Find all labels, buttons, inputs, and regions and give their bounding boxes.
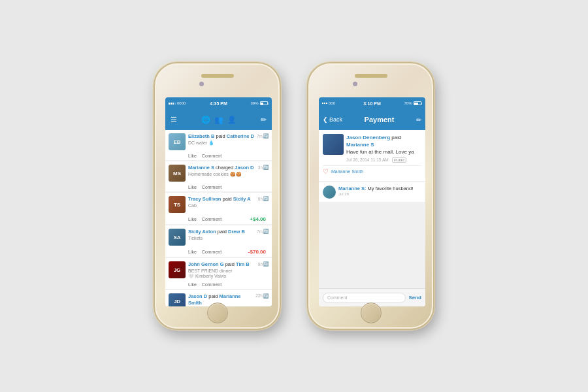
status-bar-2: 000 3:10 PM 70% (319, 97, 425, 109)
detail-payment-info: Jason Denenberg paid Marianne S Have fun… (346, 134, 421, 163)
avatar-6: JD (169, 293, 186, 306)
sig-dot-4 (174, 103, 176, 105)
feed-item-4-time: 7m🔄 (257, 229, 269, 234)
carrier-2: 000 (329, 101, 335, 105)
detail-payment-text: Jason Denenberg paid Marianne S (346, 134, 421, 148)
status-time-2: 3:10 PM (363, 101, 380, 106)
feed-item-5-actions: Like Comment (169, 281, 269, 287)
nav-icons-group: 🌐 👥 👤 (201, 116, 237, 124)
detail-payment-meta: Jul 26, 2014 11:15 AM Public (346, 157, 421, 163)
amount-4: -$70.00 (248, 249, 266, 255)
amount-3: +$4.00 (250, 216, 266, 222)
feed-item-2-time: 3h🔄 (258, 165, 269, 170)
detail-payment-avatar (323, 134, 344, 155)
detail-payment-date: Jul 26, 2014 11:15 AM (346, 157, 389, 162)
home-button-2[interactable] (361, 302, 382, 323)
feed-item-3-content: Tracy Sullivan paid Sicily A Cab (188, 196, 255, 208)
phone-1: 0000 4:35 PM 39% ☰ 🌐 (154, 62, 281, 330)
feed-item-2: MS Marianne S charged Jason D Homemade c… (165, 161, 272, 191)
like-btn-5[interactable]: Like (188, 282, 197, 287)
status-left-1: 0000 (169, 101, 186, 105)
comment-body: Marianne S: My favorite husband! Jul 26 (338, 186, 421, 199)
detail-main-card: Jason Denenberg paid Marianne S Have fun… (319, 130, 425, 181)
battery-body-2 (414, 101, 421, 105)
detail-content: Jason Denenberg paid Marianne S Have fun… (319, 130, 425, 288)
detail-visibility-badge: Public (392, 157, 406, 163)
detail-payee: Marianne S (346, 142, 374, 148)
status-right-1: 39% (250, 101, 269, 105)
signal-2 (322, 103, 327, 104)
comment-btn-5[interactable]: Comment (202, 282, 221, 287)
signal-1 (169, 103, 176, 105)
detail-liked-by: Marianne Smith (331, 169, 363, 174)
sig2-dot-3 (326, 103, 327, 104)
comment-date: Jul 26 (338, 192, 421, 196)
detail-nav-bar: ❮ Back Payment ✏ (319, 109, 425, 130)
sig2-dot-2 (324, 103, 325, 104)
feed-item-1-actions: Like Comment (169, 152, 269, 158)
comment-input[interactable]: Comment (323, 293, 406, 303)
battery-body-1 (260, 101, 268, 105)
back-button[interactable]: ❮ Back (323, 116, 342, 123)
feed-item-2-header: MS Marianne S charged Jason D Homemade c… (169, 165, 269, 182)
comment-btn-2[interactable]: Comment (202, 185, 221, 189)
nav-bar-1: ☰ 🌐 👥 👤 ✏ (165, 109, 272, 130)
battery-pct-2: 70% (404, 101, 412, 105)
feed-item-5-subtext: BEST FRIEND dinner (188, 269, 255, 273)
avatar-3: TS (169, 196, 186, 213)
feed-item-6-time: 22h🔄 (255, 293, 269, 299)
battery-1 (260, 101, 269, 105)
comment-text: Marianne S: My favorite husband! (338, 186, 421, 191)
globe-icon[interactable]: 🌐 (201, 116, 210, 124)
detail-payment-desc: Have fun at the mall. Love ya (346, 148, 421, 155)
feed-item-4: SA Sicily Axton paid Drew B Tickets 7m🔄 (165, 225, 272, 257)
feed-item-3-header: TS Tracy Sullivan paid Sicily A Cab 8h🔄 (169, 196, 269, 213)
feed-item-1-time: 7m🔄 (257, 133, 269, 139)
camera-1 (199, 82, 204, 86)
menu-icon[interactable]: ☰ (171, 116, 177, 124)
camera-2 (353, 82, 357, 86)
back-label[interactable]: Back (329, 116, 342, 123)
feed-item-4-content: Sicily Axton paid Drew B Tickets (188, 229, 254, 240)
feed-item-4-subtext: Tickets (188, 236, 254, 240)
send-button[interactable]: Send (408, 295, 421, 301)
detail-payment-row: Jason Denenberg paid Marianne S Have fun… (323, 134, 421, 163)
feed-item-1-content: Elizabeth B paid Catherine D DC water 💧 (188, 133, 254, 146)
like-btn-4[interactable]: Like (188, 250, 197, 254)
battery-nub-2 (421, 103, 422, 105)
feed-item-5: JG John Gernon G paid Tim B BEST FRIEND … (165, 258, 272, 289)
feed-item-4-header: SA Sicily Axton paid Drew B Tickets 7m🔄 (169, 229, 269, 246)
comment-content: My favorite husband! (368, 186, 414, 191)
avatar-2: MS (169, 165, 186, 182)
feed-item-5-content: John Gernon G paid Tim B BEST FRIEND din… (188, 261, 255, 279)
status-left-2: 000 (322, 101, 335, 105)
battery-fill-2 (414, 103, 418, 105)
comment-btn-1[interactable]: Comment (202, 154, 221, 158)
like-btn-3[interactable]: Like (188, 217, 197, 221)
carrier-1: 0000 (177, 101, 186, 105)
comment-avatar (323, 186, 336, 199)
status-right-2: 70% (404, 101, 422, 105)
feed-item-5-header: JG John Gernon G paid Tim B BEST FRIEND … (169, 261, 269, 279)
feed-item-2-actions: Like Comment (169, 184, 269, 189)
feed: EB Elizabeth B paid Catherine D DC water… (165, 130, 272, 306)
feed-item-5-text: John Gernon G paid Tim B (188, 261, 255, 268)
sig2-dot-1 (322, 103, 323, 104)
person-icon[interactable]: 👤 (227, 116, 237, 124)
edit-icon-2[interactable]: ✏ (416, 116, 421, 123)
like-btn-2[interactable]: Like (188, 185, 197, 189)
like-btn-1[interactable]: Like (188, 154, 197, 158)
people-icon[interactable]: 👥 (214, 116, 223, 124)
comment-placeholder: Comment (327, 295, 347, 300)
comment-btn-4[interactable]: Comment (202, 250, 221, 254)
home-button-1[interactable] (207, 302, 228, 323)
sig-dot-1 (169, 103, 170, 105)
avatar-4: SA (169, 229, 186, 246)
phone-2: 000 3:10 PM 70% ❮ Back (307, 62, 434, 330)
feed-item-3: TS Tracy Sullivan paid Sicily A Cab 8h🔄 (165, 193, 272, 224)
edit-icon-1[interactable]: ✏ (261, 116, 267, 124)
comment-btn-3[interactable]: Comment (202, 217, 221, 221)
scene: 0000 4:35 PM 39% ☰ 🌐 (0, 0, 588, 392)
detail-payer: Jason Denenberg (346, 135, 390, 140)
heart-icon[interactable]: ♡ (323, 168, 329, 175)
